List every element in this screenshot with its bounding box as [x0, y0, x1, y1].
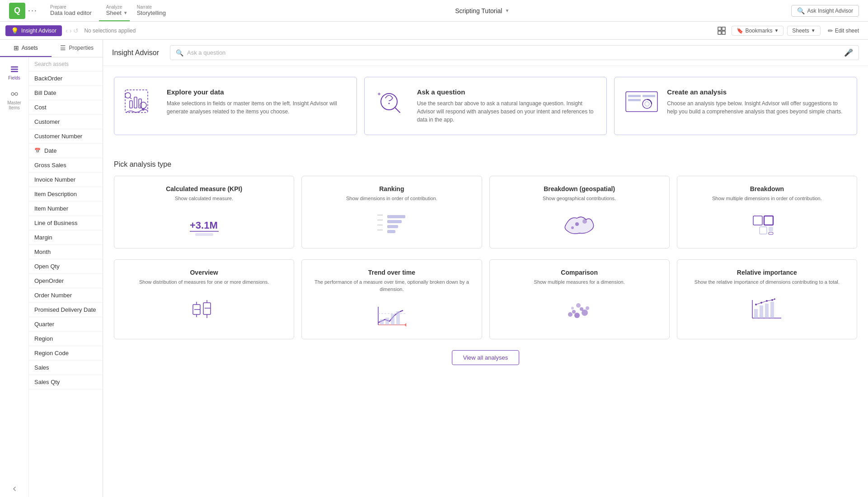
nav-prepare[interactable]: Prepare Data load editor	[43, 0, 99, 21]
sidebar-nav-fields[interactable]: Fields	[0, 61, 28, 84]
svg-rect-32	[195, 233, 213, 236]
field-region-code[interactable]: Region Code	[29, 346, 103, 361]
sidebar-nav-master-items[interactable]: Master Items	[0, 86, 28, 114]
svg-rect-60	[380, 319, 384, 325]
tab-properties[interactable]: ☰ Properties	[52, 40, 103, 57]
tab-assets[interactable]: ⊞ Assets	[0, 40, 52, 57]
top-bar: Q ··· Prepare Data load editor Analyze S…	[0, 0, 868, 22]
analysis-card-relative[interactable]: Relative importance Show the relative im…	[677, 259, 857, 339]
field-promised-delivery-date[interactable]: Promised Delivery Date	[29, 303, 103, 317]
edit-sheet-button[interactable]: ✏ Edit sheet	[824, 26, 863, 36]
breakdown-visual	[749, 209, 785, 241]
ask-question-icon	[374, 88, 410, 115]
field-month[interactable]: Month	[29, 245, 103, 259]
field-customer-number[interactable]: Customer Number	[29, 129, 103, 144]
svg-rect-53	[203, 303, 211, 314]
field-item-number[interactable]: Item Number	[29, 202, 103, 216]
qlik-logo[interactable]: Q ···	[4, 0, 43, 21]
svg-rect-61	[385, 318, 389, 325]
svg-rect-26	[628, 99, 641, 101]
svg-point-70	[582, 309, 588, 316]
sheets-chevron-icon: ▼	[811, 28, 816, 33]
analysis-card-comparison[interactable]: Comparison Show multiple measures for a …	[489, 259, 670, 339]
insight-search-bar: 🔍 🎤	[170, 45, 859, 60]
clear-selections-icon[interactable]: ↺	[73, 27, 79, 34]
bookmarks-button[interactable]: 🔖 Bookmarks ▼	[732, 26, 784, 36]
sheets-button[interactable]: Sheets ▼	[787, 26, 820, 36]
field-order-number[interactable]: Order Number	[29, 288, 103, 303]
svg-rect-45	[764, 216, 773, 225]
nav-analyze-sheet-dropdown[interactable]: Analyze Sheet ▼	[99, 0, 130, 21]
svg-marker-64	[404, 323, 406, 327]
svg-line-84	[761, 301, 767, 303]
top-cards-grid: Explore your data Make selections in fie…	[114, 77, 857, 135]
analysis-cards-row2: Overview Show distribution of measures f…	[114, 259, 857, 339]
info-card-ask[interactable]: Ask a question Use the search bar above …	[364, 77, 607, 135]
main-layout: ⊞ Assets ☰ Properties Fields	[0, 40, 868, 497]
app-title[interactable]: Scripting Tutorial ▼	[455, 7, 509, 14]
field-line-of-business[interactable]: Line of Business	[29, 216, 103, 230]
field-backorder[interactable]: BackOrder	[29, 71, 103, 86]
svg-rect-1	[722, 27, 725, 30]
geo-visual	[561, 209, 597, 241]
kpi-visual: +3.1M	[186, 209, 222, 241]
svg-point-43	[571, 226, 574, 229]
field-item-description[interactable]: Item Description	[29, 187, 103, 202]
svg-rect-2	[718, 31, 721, 34]
microphone-icon[interactable]: 🎤	[844, 48, 853, 57]
field-sales[interactable]: Sales	[29, 361, 103, 375]
analysis-card-breakdown[interactable]: Breakdown Show multiple dimensions in or…	[677, 176, 857, 248]
info-card-explore[interactable]: Explore your data Make selections in fie…	[114, 77, 357, 135]
svg-line-85	[767, 300, 772, 301]
svg-text:+3.1M: +3.1M	[190, 220, 218, 231]
insight-search-input[interactable]	[187, 49, 840, 56]
field-invoice-number[interactable]: Invoice Number	[29, 173, 103, 187]
svg-line-20	[395, 108, 400, 113]
insight-advisor-tab[interactable]: 💡 Insight Advisor	[5, 25, 62, 36]
analysis-card-geospatial[interactable]: Breakdown (geospatial) Show geographical…	[489, 176, 670, 248]
forward-arrow-icon[interactable]: ›	[70, 27, 72, 34]
analysis-type-section: Pick analysis type Calculated measure (K…	[103, 160, 868, 376]
svg-rect-76	[760, 305, 763, 318]
field-cost[interactable]: Cost	[29, 100, 103, 115]
analysis-card-kpi[interactable]: Calculated measure (KPI) Show calculated…	[114, 176, 294, 248]
comparison-visual	[561, 293, 597, 325]
field-open-order[interactable]: OpenOrder	[29, 274, 103, 288]
collapse-sidebar-button[interactable]	[8, 483, 21, 495]
field-date[interactable]: 📅 Date	[29, 144, 103, 158]
insight-advisor-icon: 💡	[11, 27, 19, 34]
field-open-qty[interactable]: Open Qty	[29, 259, 103, 274]
field-region[interactable]: Region	[29, 332, 103, 346]
analysis-section-title: Pick analysis type	[114, 160, 857, 169]
field-margin[interactable]: Margin	[29, 230, 103, 245]
trend-visual	[374, 300, 410, 332]
analysis-card-ranking[interactable]: Ranking Show dimensions in order of cont…	[301, 176, 482, 248]
view-all-analyses-button[interactable]: View all analyses	[452, 350, 519, 365]
edit-icon: ✏	[828, 27, 833, 34]
svg-rect-44	[753, 216, 762, 225]
analysis-card-overview[interactable]: Overview Show distribution of measures f…	[114, 259, 294, 339]
analysis-card-trend[interactable]: Trend over time The performance of a mea…	[301, 259, 482, 339]
svg-point-21	[388, 103, 389, 104]
back-arrow-icon[interactable]: ‹	[66, 27, 68, 34]
field-customer[interactable]: Customer	[29, 115, 103, 129]
second-bar: 💡 Insight Advisor ‹ › ↺ No selections ap…	[0, 22, 868, 40]
field-quarter[interactable]: Quarter	[29, 317, 103, 332]
field-gross-sales[interactable]: Gross Sales	[29, 158, 103, 173]
search-assets-input[interactable]	[29, 57, 103, 71]
svg-point-42	[582, 219, 587, 224]
explore-icon	[123, 88, 160, 115]
nav-narrate[interactable]: Narrate Storytelling	[130, 0, 173, 21]
ask-insight-advisor-button[interactable]: 🔍 Ask Insight Advisor	[791, 5, 859, 17]
field-sales-qty[interactable]: Sales Qty	[29, 375, 103, 389]
analysis-cards-row1: Calculated measure (KPI) Show calculated…	[114, 176, 857, 248]
svg-rect-24	[626, 92, 657, 112]
app-title-area: Scripting Tutorial ▼	[174, 7, 791, 14]
grid-view-icon[interactable]	[715, 24, 728, 37]
master-items-icon	[10, 89, 19, 98]
field-bill-date[interactable]: Bill Date	[29, 86, 103, 100]
nav-dropdown-icon: ▼	[123, 10, 128, 15]
svg-rect-63	[396, 311, 400, 325]
info-card-create[interactable]: Create an analysis Choose an analysis ty…	[614, 77, 857, 135]
fields-list: BackOrder Bill Date Cost Customer Custom…	[29, 71, 103, 389]
